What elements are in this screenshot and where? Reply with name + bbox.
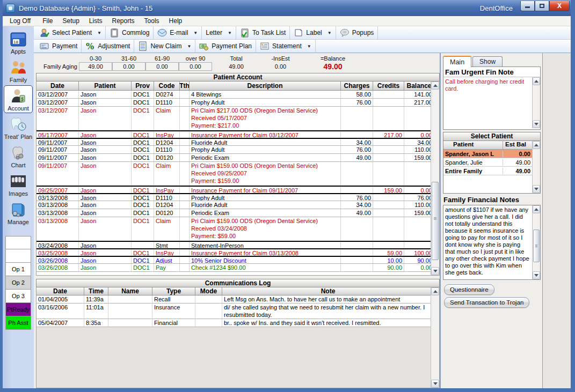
minimize-button[interactable] [520,1,535,11]
send-transaction-trojan-button[interactable]: Send Transaction to Trojan [444,297,529,308]
scroll-down-icon[interactable] [533,271,540,279]
table-row[interactable]: 03/13/2008JasonDOC1D0120Periodic Exam49.… [37,209,431,217]
sidebar-item-appts[interactable]: 18Appts [4,28,33,56]
tab-show[interactable]: Show [472,56,503,66]
commlog-button[interactable]: Commlog [106,26,154,39]
table-row[interactable]: 03/26/2008JasonDOC1PayCheck #1234 $90.00… [37,264,431,272]
sidebar-item-images[interactable]: Images [4,171,33,198]
e-mail-button[interactable]: E-mail▼ [154,26,202,39]
sidebar-item-treat-plan[interactable]: Treat' Plan [4,114,33,142]
table-row[interactable]: 09/11/2007JasonDOC1D1110Prophy Adult76.0… [37,146,431,154]
scroll-up-icon[interactable] [431,287,439,295]
payment-plan-button[interactable]: Payment Plan [195,40,256,53]
label-button[interactable]: Label▼ [290,26,336,39]
sidebar-item-account[interactable]: $Account [4,85,33,113]
statement-button[interactable]: Statement▼ [256,40,316,53]
fin-notes-scrollbar[interactable] [532,205,540,279]
table-row[interactable]: 03/24/2008JasonStmtStatement-InPerson [37,241,431,249]
menu-lists[interactable]: Lists [84,17,107,25]
chevron-down-icon[interactable]: ▼ [228,31,232,35]
table-row[interactable]: 09/25/2007JasonDOC1InsPayInsurance Payme… [37,186,431,194]
payment-button[interactable]: Payment [36,40,82,53]
letter-button[interactable]: Letter▼ [202,26,236,39]
table-row[interactable]: 03/12/2007JasonDOC1ClaimPri Claim $217.0… [37,107,431,131]
menu-file[interactable]: File [38,17,57,25]
op-item-empty[interactable] [5,249,31,263]
table-row[interactable]: 09/11/2007JasonDOC1ClaimPri Claim $159.0… [37,162,431,186]
table-row[interactable]: 09/11/2007JasonDOC1D1204Fluoride Adult34… [37,138,431,146]
column-header-tth[interactable]: Tth [179,82,189,90]
scroll-up-icon[interactable] [431,82,439,90]
menu-reports[interactable]: Reports [107,17,140,25]
menu-tools[interactable]: Tools [140,17,164,25]
column-header-patient[interactable]: Patient [78,82,131,90]
column-header-charges[interactable]: Charges [340,82,373,90]
sidebar-item-family[interactable]: Family [4,57,33,85]
column-header-code[interactable]: Code [154,82,179,90]
title-bar[interactable]: Demo Database {Admin} - Smith, John - 15… [3,0,571,16]
table-row[interactable]: 03/13/2008JasonDOC1ClaimPri Claim $159.0… [37,217,431,241]
patient-account-scrollbar[interactable] [431,82,439,275]
chevron-down-icon[interactable]: ▼ [97,31,101,35]
adjustment-button[interactable]: %Adjustment [82,40,134,53]
column-header-note[interactable]: Note [222,287,434,295]
to-task-list-button[interactable]: To Task List [236,26,290,39]
scroll-down-icon[interactable] [431,380,439,388]
table-row[interactable]: 03/13/2008JasonDOC1D1204Fluoride Adult34… [37,201,431,209]
sidebar-item-chart[interactable]: Chart [4,142,33,170]
table-row[interactable]: 03/13/2008JasonDOC1D1110Prophy Adult76.0… [37,193,431,201]
scroll-up-icon[interactable] [533,141,540,149]
select-patient-button[interactable]: Select Patient▼ [36,26,106,39]
tab-main[interactable]: Main [443,56,471,67]
op-item-empty[interactable] [5,236,31,249]
select-patient-row[interactable]: Spander, Julie49.00 [443,158,532,167]
table-row[interactable]: 03/26/2008JasonDOC1Adjust10% Senior Disc… [37,256,431,264]
table-row[interactable]: 03/12/2007JasonDOC1D1110Prophy Adult76.0… [37,99,431,107]
table-row[interactable]: 03/25/2008JasonDOC1InsPayInsurance Payme… [37,248,431,256]
urgent-note-scrollbar[interactable] [532,77,540,128]
new-claim-button[interactable]: New Claim▼ [134,40,195,53]
column-header-mode[interactable]: Mode [195,287,222,295]
commlog-scrollbar[interactable] [431,287,439,388]
fam-urgent-fin-note-text[interactable]: Call before charging her credit card. [443,77,532,128]
op-item-op-1[interactable]: Op 1 [5,263,31,276]
scroll-down-icon[interactable] [533,185,540,193]
column-header-name[interactable]: Name [108,287,152,295]
scrollbar-thumb[interactable] [533,230,540,262]
table-row[interactable]: 09/11/2007JasonDOC1D0120Periodic Exam49.… [37,154,431,162]
op-item-op-3[interactable]: Op 3 [5,290,31,303]
select-patient-row[interactable]: Spander, Jason L0.00 [443,150,532,158]
scroll-up-icon[interactable] [533,77,540,85]
column-header-time[interactable]: Time [84,287,108,295]
scroll-down-icon[interactable] [533,120,540,128]
scroll-up-icon[interactable] [533,205,540,213]
chevron-down-icon[interactable]: ▼ [307,44,311,49]
chevron-down-icon[interactable]: ▼ [193,31,198,35]
table-row[interactable]: 03/12/2007JasonDOC1D02744 Bitewings58.00… [37,91,431,99]
column-header-balance[interactable]: Balance [404,82,434,90]
menu-help[interactable]: Help [164,17,187,25]
questionnaire-button[interactable]: Questionnaire [444,284,494,295]
column-header-type[interactable]: Type [152,287,195,295]
menu-setup[interactable]: Setup [57,17,84,25]
op-item-op-2[interactable]: Op 2 [5,276,31,290]
chevron-down-icon[interactable]: ▼ [327,31,332,35]
select-patient-row[interactable]: Entire Family49.00 [443,167,532,175]
chevron-down-icon[interactable]: ▼ [187,44,191,49]
family-financial-notes-text[interactable]: amount of $1107 if we have any questions… [443,205,532,279]
maximize-button[interactable] [535,1,549,11]
select-patient-scrollbar[interactable] [532,141,540,193]
column-header-description[interactable]: Description [189,82,340,90]
table-row[interactable]: 05/17/2007JasonDOC1InsPayInsurance Payme… [37,130,431,138]
column-header-credits[interactable]: Credits [373,82,404,90]
popups-button[interactable]: Popups [336,26,379,39]
close-button[interactable]: X [549,1,570,11]
scrollbar-thumb[interactable] [432,182,439,260]
commlog-row[interactable]: 05/04/20078:35aFinancialbr.. spoke w/ In… [37,319,431,327]
column-header-date[interactable]: Date [37,82,78,90]
commlog-row[interactable]: 01/04/200511:39aRecallLeft Msg on Ans. M… [37,295,431,304]
scroll-down-icon[interactable] [431,267,439,275]
sidebar-item-manage[interactable]: Manage [4,199,33,227]
op-item-ph-asst[interactable]: Ph Asst [5,316,31,330]
commlog-row[interactable]: 03/16/200611:01aInsurancedi/ she called … [37,304,431,319]
